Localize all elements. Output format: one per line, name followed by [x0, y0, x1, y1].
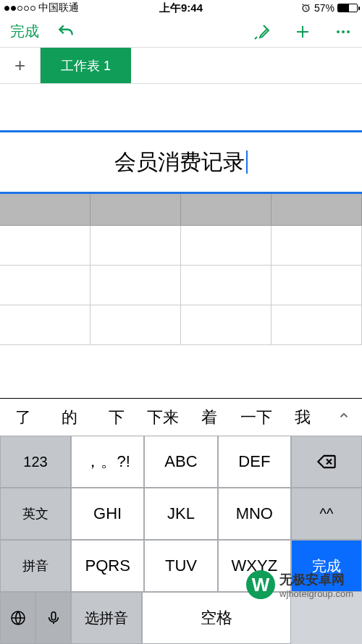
- key-pqrs[interactable]: PQRS: [71, 540, 144, 592]
- expand-candidates-icon[interactable]: [326, 409, 362, 425]
- candidate-word[interactable]: 一下: [232, 407, 279, 428]
- watermark: W 无极安卓网 wjhotelgroup.com: [246, 570, 353, 599]
- add-sheet-button[interactable]: +: [0, 48, 41, 83]
- svg-point-0: [337, 30, 340, 33]
- spreadsheet-area[interactable]: 会员消费记录: [0, 84, 362, 345]
- status-right: 57%: [300, 2, 358, 14]
- more-icon[interactable]: [334, 23, 352, 41]
- undo-icon[interactable]: [56, 22, 75, 41]
- key-mno[interactable]: MNO: [218, 488, 291, 540]
- text-cursor: [246, 151, 248, 174]
- key-123[interactable]: 123: [0, 436, 71, 488]
- clock: 上午9:44: [159, 1, 203, 15]
- key-globe[interactable]: [0, 592, 35, 644]
- key-ghi[interactable]: GHI: [71, 488, 144, 540]
- format-brush-icon[interactable]: [253, 23, 271, 41]
- battery-icon: [337, 4, 358, 12]
- svg-rect-4: [51, 612, 56, 620]
- watermark-logo: W: [246, 570, 275, 599]
- svg-point-2: [347, 30, 350, 33]
- candidate-word[interactable]: 下来: [140, 407, 186, 428]
- candidate-word[interactable]: 了: [0, 407, 46, 428]
- cell-text: 会员消费记录: [114, 148, 245, 177]
- key-backspace[interactable]: [291, 436, 362, 488]
- candidate-word[interactable]: 着: [186, 407, 232, 428]
- svg-point-1: [342, 30, 345, 33]
- alarm-icon: [300, 3, 311, 14]
- key-emoji[interactable]: ^^: [291, 488, 362, 540]
- mic-icon: [46, 610, 62, 626]
- key-jkl[interactable]: JKL: [144, 488, 217, 540]
- signal-strength-icon: [4, 6, 35, 11]
- key-select-pinyin[interactable]: 选拼音: [71, 592, 142, 644]
- backspace-icon: [316, 452, 337, 472]
- status-left: 中国联通: [4, 1, 79, 14]
- key-tuv[interactable]: TUV: [144, 540, 217, 592]
- table-header-row[interactable]: [0, 194, 362, 226]
- active-sheet-tab[interactable]: 工作表 1: [41, 48, 131, 83]
- merged-title-cell[interactable]: 会员消费记录: [0, 130, 362, 194]
- key-space[interactable]: 空格: [142, 592, 291, 644]
- key-def[interactable]: DEF: [218, 436, 291, 488]
- globe-icon: [9, 609, 27, 627]
- add-icon[interactable]: [294, 23, 311, 41]
- key-abc[interactable]: ABC: [144, 436, 217, 488]
- table-row[interactable]: [0, 305, 362, 345]
- key-mic[interactable]: [35, 592, 71, 644]
- watermark-title: 无极安卓网: [279, 571, 353, 588]
- toolbar: 完成: [0, 16, 362, 48]
- key-punct[interactable]: ，。?!: [71, 436, 144, 488]
- table-row[interactable]: [0, 226, 362, 266]
- status-bar: 中国联通 上午9:44 57%: [0, 0, 362, 16]
- candidate-word[interactable]: 的: [46, 407, 93, 428]
- key-pinyin[interactable]: 拼音: [0, 540, 71, 592]
- done-button[interactable]: 完成: [10, 22, 39, 41]
- watermark-url: wjhotelgroup.com: [279, 588, 353, 599]
- candidate-bar: 了 的 下 下来 着 一下 我: [0, 398, 362, 436]
- key-english[interactable]: 英文: [0, 488, 71, 540]
- sheet-tab-bar: + 工作表 1: [0, 48, 362, 84]
- keyboard: 了 的 下 下来 着 一下 我 123 ，。?! ABC DEF 英文 GHI …: [0, 373, 362, 644]
- battery-percentage: 57%: [314, 2, 334, 14]
- candidate-word[interactable]: 我: [279, 407, 326, 428]
- table-row[interactable]: [0, 266, 362, 305]
- carrier-label: 中国联通: [38, 1, 79, 14]
- candidate-word[interactable]: 下: [93, 407, 140, 428]
